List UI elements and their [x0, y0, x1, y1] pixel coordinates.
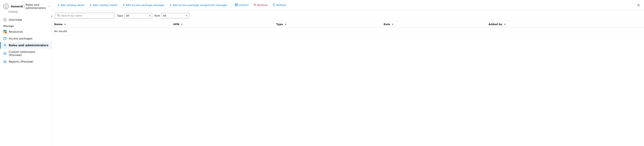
sort-name-icon[interactable]: ⇅ — [64, 23, 66, 26]
svg-point-0 — [4, 4, 8, 9]
sidebar-item-custom-extensions[interactable]: Custom extensions (Preview) — [0, 49, 52, 58]
no-results-text: No results — [52, 28, 644, 35]
sort-type-icon[interactable]: ⇅ — [285, 23, 286, 26]
svg-rect-8 — [6, 62, 6, 63]
refresh-icon — [272, 3, 276, 7]
plus-icon: + — [170, 3, 172, 7]
toolbar: + Add catalog owner + Add catalog reader… — [52, 0, 644, 10]
table-header-row: Name ⇅ UPN ⇅ Type ⇅ Role — [52, 21, 644, 28]
plus-icon: + — [90, 3, 92, 7]
add-catalog-reader-button[interactable]: + Add catalog reader — [88, 2, 120, 8]
svg-point-2 — [5, 19, 5, 19]
breadcrumb-page: Roles and administrators — [26, 3, 46, 10]
sidebar-item-resources-label: Resources — [9, 30, 23, 33]
info-icon — [3, 18, 7, 22]
type-filter-group: Type All ▾ — [117, 13, 152, 18]
sidebar: General | Roles and administrators ··· C… — [0, 0, 52, 146]
chevron-down-icon-role: ▾ — [186, 14, 188, 17]
search-box[interactable] — [55, 13, 115, 19]
role-filter-value: All — [163, 14, 184, 17]
sidebar-title-area: General | Roles and administrators ··· — [11, 3, 50, 10]
custom-icon — [3, 52, 7, 55]
sidebar-item-reports[interactable]: Reports (Preview) — [0, 58, 52, 65]
main-content: + Add catalog owner + Add catalog reader… — [52, 0, 644, 146]
sidebar-item-overview-label: Overview — [9, 18, 22, 21]
table-container: Name ⇅ UPN ⇅ Type ⇅ Role — [52, 21, 644, 146]
app-container: General | Roles and administrators ··· C… — [0, 0, 644, 146]
col-role: Role ⇅ — [381, 21, 486, 28]
close-button[interactable]: ✕ — [636, 3, 641, 8]
role-filter-select[interactable]: All ▾ — [161, 13, 189, 18]
toolbar-separator-1 — [231, 3, 231, 7]
svg-rect-10 — [236, 4, 237, 6]
catalog-icon — [3, 3, 9, 10]
col-type: Type ⇅ — [274, 21, 381, 28]
svg-rect-9 — [235, 4, 236, 6]
svg-rect-11 — [237, 4, 238, 6]
columns-icon — [235, 4, 238, 7]
breadcrumb-sep: | — [24, 5, 25, 8]
sidebar-subtitle: Catalog — [0, 10, 52, 15]
role-filter-label: Role — [154, 14, 160, 17]
add-catalog-owner-button[interactable]: + Add catalog owner — [55, 2, 86, 8]
svg-rect-3 — [5, 20, 5, 21]
svg-line-15 — [59, 16, 60, 17]
sidebar-item-access-packages-label: Access packages — [9, 37, 32, 40]
sort-added-by-icon[interactable]: ⇅ — [504, 23, 506, 26]
refresh-button[interactable]: Refresh — [270, 2, 288, 8]
col-upn: UPN ⇅ — [171, 21, 274, 28]
sidebar-collapse-button[interactable] — [50, 14, 54, 19]
type-filter-select[interactable]: All ▾ — [124, 13, 152, 18]
breadcrumb: General | Roles and administrators ··· — [11, 3, 50, 10]
role-filter-group: Role All ▾ — [154, 13, 189, 18]
chevron-down-icon: ▾ — [149, 14, 150, 17]
col-name: Name ⇅ — [52, 21, 171, 28]
access-packages-icon — [3, 37, 7, 40]
sidebar-item-roles-admins[interactable]: Roles and administrators — [0, 42, 52, 49]
search-icon — [57, 14, 60, 17]
sidebar-item-resources[interactable]: Resources — [0, 28, 52, 35]
data-table: Name ⇅ UPN ⇅ Type ⇅ Role — [52, 21, 644, 35]
add-access-package-assignment-manager-button[interactable]: + Add access package assignment manager — [168, 2, 230, 8]
resources-icon — [3, 30, 7, 34]
filter-row: Type All ▾ Role All ▾ — [52, 10, 644, 21]
plus-icon: + — [57, 3, 60, 7]
sidebar-nav: Overview Manage Resources — [0, 15, 52, 67]
sidebar-item-overview[interactable]: Overview — [0, 16, 52, 23]
sidebar-manage-label: Manage — [0, 23, 52, 28]
table-row-no-results: No results — [52, 28, 644, 35]
add-access-package-manager-button[interactable]: + Add access package manager — [120, 2, 166, 8]
sidebar-item-access-packages[interactable]: Access packages — [0, 35, 52, 42]
svg-rect-4 — [4, 38, 6, 40]
sidebar-header: General | Roles and administrators ··· — [0, 0, 52, 10]
sidebar-item-custom-extensions-label: Custom extensions (Preview) — [9, 50, 48, 57]
sidebar-item-roles-label: Roles and administrators — [9, 44, 48, 47]
sort-role-icon[interactable]: ⇅ — [392, 23, 393, 26]
col-added-by: Added by ⇅ — [486, 21, 644, 28]
roles-icon — [3, 44, 7, 47]
type-filter-value: All — [126, 14, 148, 17]
svg-point-5 — [4, 44, 6, 45]
column-button[interactable]: Column — [233, 2, 251, 8]
sidebar-item-reports-label: Reports (Preview) — [9, 60, 34, 63]
remove-button[interactable]: Remove — [252, 2, 270, 8]
breadcrumb-dots[interactable]: ··· — [48, 5, 50, 8]
plus-icon: + — [122, 3, 125, 7]
search-input[interactable] — [61, 14, 112, 17]
sort-upn-icon[interactable]: ⇅ — [181, 23, 182, 26]
breadcrumb-general: General — [11, 5, 23, 8]
x-icon — [254, 4, 256, 7]
type-filter-label: Type — [117, 14, 123, 17]
reports-icon — [3, 60, 7, 63]
